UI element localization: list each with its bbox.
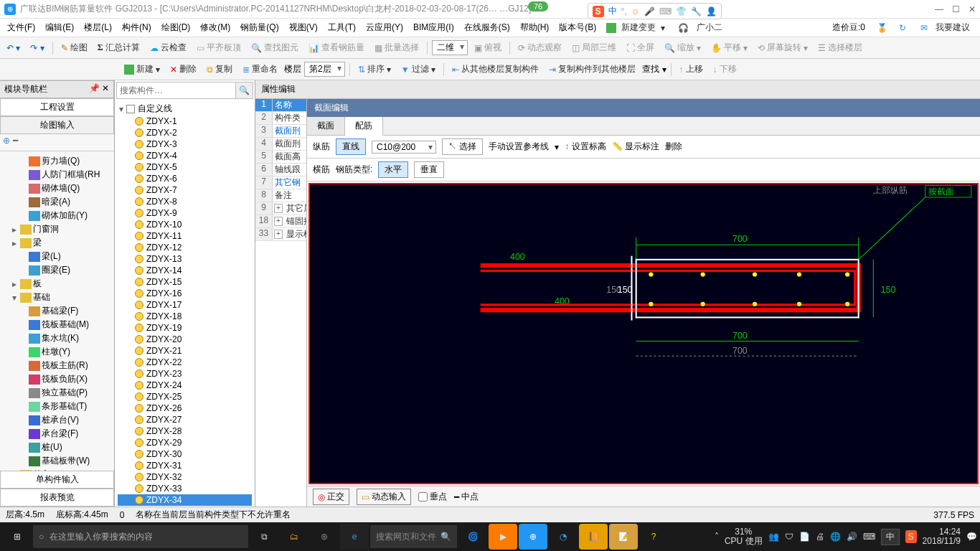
list-item[interactable]: ZDYX-26 (118, 402, 252, 414)
undo-button[interactable]: ↶ ▾ (3, 42, 24, 55)
list-item[interactable]: ZDYX-28 (118, 425, 252, 437)
minimize-button[interactable]: — (935, 4, 943, 14)
ime-mic-icon[interactable]: 🎤 (644, 6, 655, 17)
list-item[interactable]: ZDYX-34 (118, 494, 252, 506)
tree-node[interactable]: 基础梁(F) (1, 304, 113, 318)
show-label-button[interactable]: 📏 显示标注 (612, 141, 659, 153)
property-row[interactable]: 33+显示柱 (255, 228, 306, 241)
property-row[interactable]: 9+其它属 (255, 202, 306, 215)
property-row[interactable]: 2构件类 (255, 112, 306, 125)
ime-user-icon[interactable]: 👤 (706, 6, 717, 17)
copy-from-button[interactable]: ⇤从其他楼层复制构件 (448, 62, 542, 77)
taskbar-app-c[interactable]: ◔ (549, 524, 578, 550)
list-item[interactable]: ZDYX-2 (118, 127, 252, 138)
menu-file[interactable]: 文件(F) (4, 20, 38, 35)
rename-button[interactable]: ≣重命名 (239, 62, 281, 77)
menu-view[interactable]: 视图(V) (286, 20, 321, 35)
tree-node[interactable]: 筏板基础(M) (1, 318, 113, 331)
svg-text:按截面[interactable]: 按截面 (928, 187, 954, 197)
tray-doc-icon[interactable]: 📄 (799, 532, 810, 542)
tree-node[interactable]: 承台梁(F) (1, 427, 113, 441)
pin-icon[interactable]: 📌 ✕ (89, 83, 109, 95)
horizontal-button[interactable]: 水平 (378, 161, 408, 178)
new-button[interactable]: 新建 ▾ (121, 62, 164, 77)
list-item[interactable]: ZDYX-3 (118, 138, 252, 150)
ime-toolbox-icon[interactable]: 🔧 (691, 6, 702, 17)
dyn-input-toggle[interactable]: ▭ 动态输入 (357, 489, 411, 505)
taskbar-app-1[interactable]: 🗂 (280, 524, 308, 550)
tree-node[interactable]: 集水坑(K) (1, 331, 113, 345)
tray-sogou-icon[interactable]: S (905, 530, 917, 543)
tray-keyboard-icon[interactable]: ⌨ (863, 532, 875, 542)
draw-input-tab[interactable]: 绘图输入 (0, 116, 114, 134)
view-drawing-button[interactable]: 🔍查找图元 (248, 40, 302, 55)
pan-button[interactable]: ✋平移 ▾ (707, 40, 751, 55)
delete-rebar-button[interactable]: 删除 (665, 141, 682, 153)
floor-combo[interactable]: 第2层 (304, 62, 345, 77)
flat-roof-button[interactable]: ▭平齐板顶 (193, 40, 245, 55)
topview-button[interactable]: ▣俯视 (471, 40, 505, 55)
property-row[interactable]: 7其它钢 (255, 176, 306, 189)
list-item[interactable]: ZDYX-32 (118, 471, 252, 483)
ime-emoji-icon[interactable]: ☺ (631, 6, 640, 17)
viewport[interactable]: 上部纵筋 按截面 700 400 400 (308, 183, 979, 484)
list-item[interactable]: ZDYX-18 (118, 311, 252, 322)
list-item[interactable]: ZDYX-24 (118, 380, 252, 391)
list-item[interactable]: ZDYX-1 (118, 116, 252, 127)
maximize-button[interactable]: ☐ (952, 4, 960, 14)
tree-node[interactable]: 剪力墙(Q) (1, 154, 113, 168)
list-item[interactable]: ZDYX-21 (118, 345, 252, 357)
component-list[interactable]: ▾自定义线ZDYX-1ZDYX-2ZDYX-3ZDYX-4ZDYX-5ZDYX-… (115, 100, 255, 507)
menu-cloud[interactable]: 云应用(Y) (363, 20, 406, 35)
badge-icon[interactable]: 🏅 (874, 22, 890, 34)
edge-search[interactable]: 搜索网页和文件🔍 (370, 525, 457, 548)
tray-clock[interactable]: 14:242018/11/9 (923, 527, 961, 546)
copy-to-button[interactable]: ⇥复制构件到其他楼层 (545, 62, 639, 77)
batch-select-button[interactable]: ▦批量选择 (371, 40, 423, 55)
property-row[interactable]: 6轴线跟 (255, 164, 306, 176)
menu-edit[interactable]: 编辑(E) (42, 20, 77, 35)
list-item[interactable]: ZDYX-13 (118, 253, 252, 265)
list-item[interactable]: ZDYX-17 (118, 299, 252, 311)
tree-node[interactable]: 基础板带(W) (1, 454, 113, 468)
filter-button[interactable]: ▼过滤 ▾ (397, 62, 439, 77)
menu-version[interactable]: 版本号(B) (556, 20, 599, 35)
manual-ref-button[interactable]: 手动设置参考线 (489, 141, 549, 153)
menu-rebar[interactable]: 钢筋量(Q) (237, 20, 281, 35)
orbit-button[interactable]: ⟳动态观察 (514, 40, 565, 55)
move-up-button[interactable]: ↑上移 (676, 62, 707, 77)
ime-keyboard-icon[interactable]: ⌨ (659, 6, 672, 17)
tree-node[interactable]: 柱墩(Y) (1, 345, 113, 359)
tree-node[interactable]: 砌体墙(Q) (1, 182, 113, 195)
close-button[interactable]: ✕ (969, 4, 976, 14)
list-item[interactable]: ZDYX-16 (118, 288, 252, 299)
ortho-toggle[interactable]: ◎ 正交 (313, 489, 349, 505)
list-item[interactable]: ZDYX-15 (118, 276, 252, 288)
taskbar-app-book[interactable]: 📙 (579, 524, 608, 550)
list-item[interactable]: ZDYX-31 (118, 460, 252, 471)
tree-node[interactable]: 人防门框墙(RH (1, 168, 113, 182)
start-button[interactable]: ⊞ (3, 524, 32, 550)
tray-up-icon[interactable]: ˄ (715, 532, 719, 542)
search-button[interactable]: 🔍 (235, 83, 253, 98)
select-button[interactable]: ↖ 选择 (442, 138, 483, 155)
property-row[interactable]: 3截面刑 (255, 125, 306, 138)
suggest-button[interactable]: ✉我要建议 (915, 19, 976, 37)
menu-tools[interactable]: 工具(T) (325, 20, 359, 35)
property-row[interactable]: 8备注 (255, 189, 306, 202)
perp-snap[interactable]: 垂点 (418, 491, 447, 503)
tree-node[interactable]: 筏板主筋(R) (1, 359, 113, 372)
local3d-button[interactable]: ◫局部三维 (568, 40, 620, 55)
tray-lang[interactable]: 中 (881, 529, 900, 545)
set-elev-button[interactable]: ↕ 设置标高 (565, 141, 606, 153)
select-floor-button[interactable]: ☰选择楼层 (814, 40, 866, 55)
list-item[interactable]: ZDYX-6 (118, 173, 252, 184)
list-item[interactable]: ZDYX-9 (118, 207, 252, 219)
tray-volume-icon[interactable]: 🔊 (847, 532, 857, 542)
cortana-search[interactable]: ○ 在这里输入你要搜索的内容 (33, 525, 248, 548)
list-item[interactable]: ZDYX-30 (118, 448, 252, 460)
expand-icon[interactable]: ⊕ (3, 136, 10, 149)
taskbar-app-note[interactable]: 📝 (609, 524, 638, 550)
task-view-button[interactable]: ⧉ (250, 524, 278, 550)
zoom-button[interactable]: 🔍缩放 ▾ (661, 40, 705, 55)
